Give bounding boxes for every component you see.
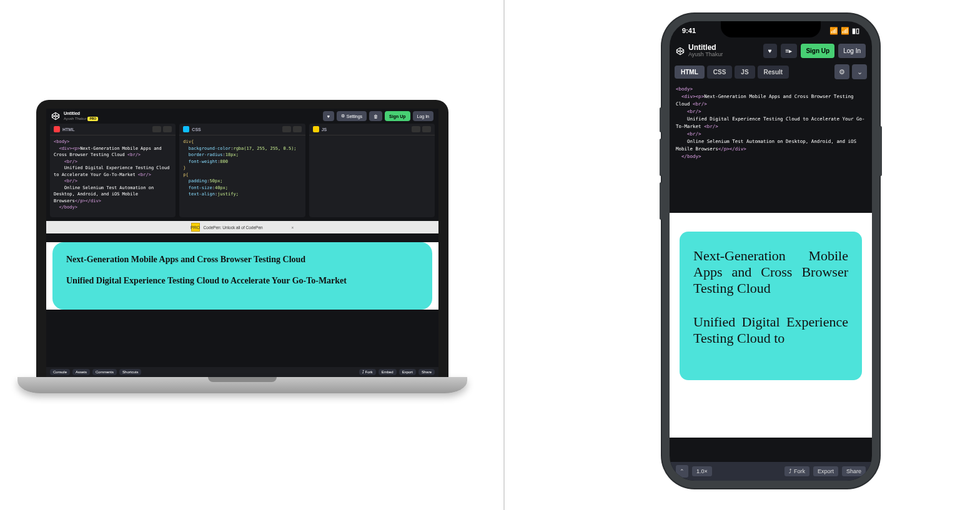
footer-right-button[interactable]: Export [813,466,838,476]
editor-row: HTML <body> <div><p>Next-Generation Mobi… [46,124,438,217]
html-label: HTML [62,127,74,132]
settings-button[interactable]: ⚙ ⚙ SettingsSettings [337,111,367,121]
tab-css[interactable]: CSS [707,66,733,79]
js-lang-icon [313,126,319,132]
promo-banner: PRO CodePen: Unlock all of CodePen × [46,221,438,233]
delete-button[interactable]: 🗑 [369,111,382,121]
heart-button[interactable]: ♥ [323,111,334,121]
footer-left-button[interactable]: Shortcuts [119,369,141,375]
chevron-down-icon: ⌄ [857,68,863,76]
pen-title: Untitled [64,111,319,116]
footer-right-button[interactable]: Embed [379,369,397,375]
laptop-screen: Untitled Ayush Thakur PRO ♥ ⚙ ⚙ Settings… [46,109,438,377]
footer-left-button[interactable]: Assets [72,369,90,375]
heart-icon: ♥ [768,47,772,54]
tab-html[interactable]: HTML [675,66,705,79]
codepen-header-mobile: Untitled Ayush Thakur ♥ ≡▸ Sign Up Log I… [670,40,872,62]
pane-settings-icon[interactable] [282,126,291,132]
pane-chevron-icon[interactable] [163,126,172,132]
html-pane-actions [152,126,172,132]
html-pane: HTML <body> <div><p>Next-Generation Mobi… [50,124,176,217]
codepen-header: Untitled Ayush Thakur PRO ♥ ⚙ ⚙ Settings… [46,109,438,124]
footer-right: ⤴ ForkEmbedExportShare [359,369,435,375]
footer-right-button[interactable]: Export [399,369,416,375]
codepen-footer: ConsoleAssetsCommentsShortcuts ⤴ ForkEmb… [46,367,438,377]
codepen-logo-icon [51,112,60,120]
phone-screen: 9:41 📶 📶 ▮▯ Untitled Ayush Thakur ♥ ≡▸ S… [670,21,872,481]
laptop-mockup: Untitled Ayush Thakur PRO ♥ ⚙ ⚙ Settings… [17,100,467,393]
chevron-up-button[interactable]: ⌃ [676,465,688,478]
laptop-base [17,377,467,393]
phone-footer-right: ⤴ ForkExportShare [784,466,866,476]
tab-result[interactable]: Result [758,66,789,79]
pane-settings-icon[interactable] [412,126,420,132]
login-button[interactable]: Log In [838,44,866,58]
html-code-body[interactable]: <body> <div><p>Next-Generation Mobile Ap… [50,135,176,214]
status-time: 9:41 [682,27,696,34]
phone-volume-up [660,139,662,176]
phone-code-body[interactable]: <body> <div><p>Next-Generation Mobile Ap… [670,82,872,213]
author-row: Ayush Thakur PRO [64,116,319,121]
css-pane-header: CSS [179,124,305,135]
output-area: Next-Generation Mobile Apps and Cross Br… [46,242,438,310]
css-code-body[interactable]: div{ background-color:rgba(17, 255, 255,… [179,135,305,201]
output-p2: Unified Digital Experience Testing Cloud… [693,314,848,346]
css-label: CSS [192,127,200,132]
output-p1: Next-Generation Mobile Apps and Cross Br… [66,255,418,265]
phone-mute-switch [660,107,662,132]
promo-text: CodePen: Unlock all of CodePen [204,225,263,230]
signup-button[interactable]: Sign Up [385,111,410,121]
pro-icon: PRO [191,223,200,232]
heart-button[interactable]: ♥ [763,44,777,58]
js-pane-header: JS [309,124,435,135]
laptop-bezel: Untitled Ayush Thakur PRO ♥ ⚙ ⚙ Settings… [36,100,448,377]
login-button[interactable]: Log In [413,111,433,121]
settings-button[interactable]: ⚙ [834,64,849,79]
close-icon[interactable]: × [292,225,294,230]
phone-notch [721,21,821,37]
header-actions: ♥ ⚙ ⚙ SettingsSettings 🗑 Sign Up Log In [323,111,433,121]
footer-left-button[interactable]: Comments [92,369,117,375]
css-lang-icon [183,126,189,132]
pane-chevron-icon[interactable] [293,126,302,132]
footer-right-button[interactable]: Share [842,466,866,476]
css-pane-actions [282,126,302,132]
pane-settings-icon[interactable] [152,126,161,132]
pen-author: Ayush Thakur [64,117,86,120]
footer-right-button[interactable]: Share [418,369,435,375]
css-pane: CSS div{ background-color:rgba(17, 255, … [179,124,305,217]
js-code-body[interactable] [309,135,435,142]
tab-row: HTML CSS JS Result ⚙ ⌄ [670,62,872,82]
chevron-button[interactable]: ⌄ [852,64,867,79]
footer-right-button[interactable]: ⤴ Fork [784,466,809,476]
zoom-indicator[interactable]: 1.0× [692,466,712,476]
footer-left-button[interactable]: Console [50,369,70,375]
layout-icon: ≡▸ [786,47,793,54]
title-block: Untitled Ayush Thakur [688,44,760,58]
phone-output-area: Next-Generation Mobile Apps and Cross Br… [670,213,872,438]
trash-icon: 🗑 [374,114,378,119]
phone-volume-down [660,182,662,220]
status-right: 📶 📶 ▮▯ [829,27,859,35]
battery-icon: ▮▯ [852,27,859,35]
gear-icon: ⚙ [839,68,845,76]
pane-chevron-icon[interactable] [422,126,431,132]
signup-button[interactable]: Sign Up [801,44,834,58]
wifi-icon: 📶 [841,27,849,35]
layout-button[interactable]: ≡▸ [781,44,798,58]
phone-footer: ⌃ 1.0× ⤴ ForkExportShare [670,462,872,481]
pro-badge: PRO [87,117,98,121]
vertical-divider [503,0,505,510]
js-label: JS [322,127,327,132]
gear-icon: ⚙ [341,114,345,119]
tab-js[interactable]: JS [735,66,755,79]
pen-author: Ayush Thakur [688,52,760,58]
footer-right-button[interactable]: ⤴ Fork [359,369,376,375]
footer-left: ConsoleAssetsCommentsShortcuts [50,369,141,375]
codepen-logo-icon [676,47,685,56]
phone-power-button [879,126,882,176]
output-box: Next-Generation Mobile Apps and Cross Br… [680,232,862,380]
output-box: Next-Generation Mobile Apps and Cross Br… [52,242,432,310]
heart-icon: ♥ [327,114,330,119]
js-pane-actions [412,126,431,132]
